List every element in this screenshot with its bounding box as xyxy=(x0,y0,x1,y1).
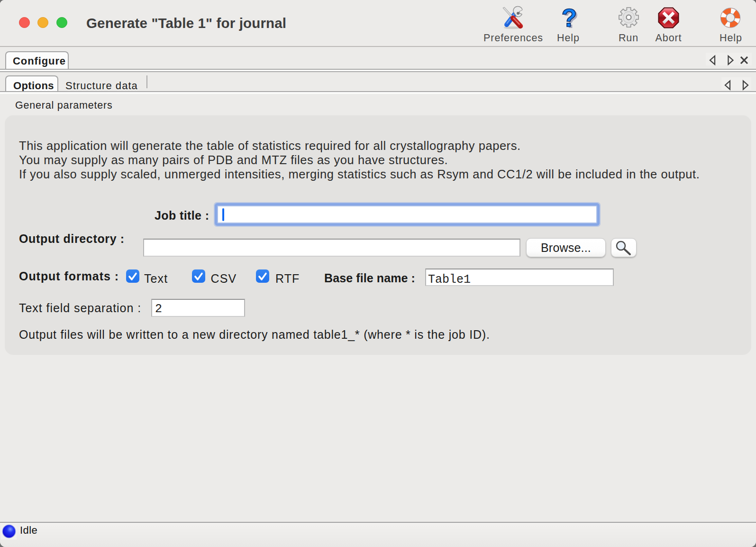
svg-text:?: ? xyxy=(562,7,577,30)
